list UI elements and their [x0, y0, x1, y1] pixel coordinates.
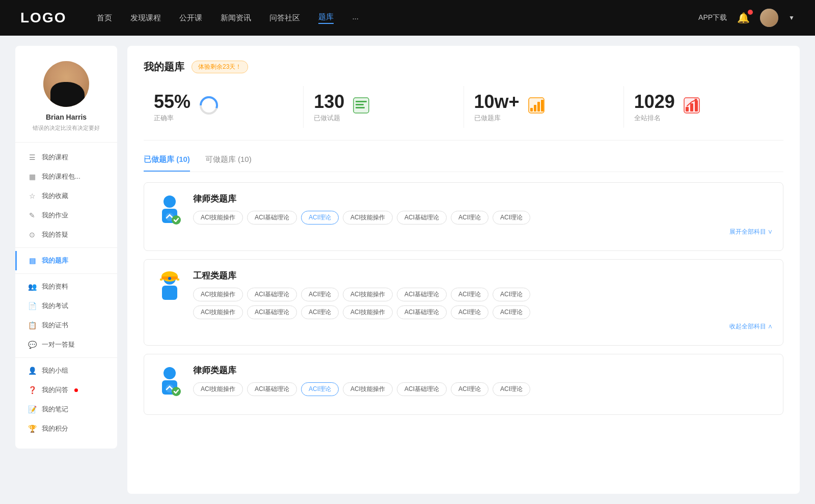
bank-tags-row1: ACI技能操作 ACI基础理论 ACI理论 ACI技能操作 ACI基础理论 AC…	[193, 288, 773, 301]
bank-tag[interactable]: ACI基础理论	[247, 288, 297, 301]
done-banks-icon	[528, 97, 545, 118]
sidebar-item-1on1[interactable]: 💬 一对一答疑	[15, 335, 117, 354]
svg-rect-24	[160, 278, 162, 281]
svg-rect-9	[537, 102, 540, 111]
sidebar-item-certificate[interactable]: 📋 我的证书	[15, 316, 117, 335]
bank-tag-active[interactable]: ACI理论	[301, 382, 339, 396]
stat-accuracy: 55% 正确率	[144, 86, 304, 128]
bank-content: 律师类题库 ACI技能操作 ACI基础理论 ACI理论 ACI技能操作 ACI基…	[193, 365, 773, 396]
bank-tag[interactable]: ACI基础理论	[397, 305, 447, 319]
bank-content: 律师类题库 ACI技能操作 ACI基础理论 ACI理论 ACI技能操作 ACI基…	[193, 193, 773, 236]
bank-tag[interactable]: ACI理论	[493, 305, 530, 319]
bank-tag[interactable]: ACI理论	[301, 305, 339, 319]
nav-qa[interactable]: 问答社区	[269, 13, 300, 23]
sidebar-item-exam[interactable]: 📄 我的考试	[15, 296, 117, 316]
bank-tag[interactable]: ACI基础理论	[247, 305, 297, 319]
bank-tag[interactable]: ACI基础理论	[247, 382, 297, 396]
expand-button[interactable]: 展开全部科目 ∨	[193, 228, 773, 236]
sidebar-item-questions[interactable]: ⊙ 我的答疑	[15, 225, 117, 244]
bank-tag[interactable]: ACI理论	[451, 288, 488, 301]
svg-rect-8	[534, 105, 536, 111]
nav-more[interactable]: ···	[352, 14, 359, 22]
nav-opencourse[interactable]: 公开课	[179, 13, 202, 23]
nav-news[interactable]: 新闻资讯	[221, 13, 251, 23]
sidebar-item-label: 我的答疑	[42, 230, 68, 239]
sidebar-motto: 错误的决定比没有决定要好	[33, 124, 100, 132]
nav-discover[interactable]: 发现课程	[130, 13, 161, 23]
bank-icon-lawyer2	[154, 365, 185, 400]
stat-done-questions-info: 130 已做试题	[314, 91, 344, 123]
sidebar-item-label: 我的课程	[42, 153, 68, 162]
sidebar-item-question-bank[interactable]: ▤ 我的题库	[15, 251, 117, 270]
sidebar-item-label: 我的题库	[42, 256, 68, 265]
bank-tag[interactable]: ACI理论	[301, 288, 339, 301]
bank-tag[interactable]: ACI技能操作	[193, 382, 243, 396]
accuracy-chart-icon	[199, 95, 219, 119]
navbar: LOGO 首页 发现课程 公开课 新闻资讯 问答社区 题库 ··· APP下载 …	[0, 0, 815, 36]
bank-tag[interactable]: ACI理论	[451, 211, 488, 225]
sidebar-item-favorites[interactable]: ☆ 我的收藏	[15, 186, 117, 206]
sidebar-item-myqa[interactable]: ❓ 我的问答	[15, 380, 117, 400]
avatar-image	[760, 9, 778, 27]
homework-icon: ✎	[28, 211, 37, 219]
bank-tag[interactable]: ACI理论	[493, 211, 530, 225]
course-packages-icon: ▦	[28, 173, 37, 181]
sidebar-item-courses[interactable]: ☰ 我的课程	[15, 148, 117, 167]
question-bank-icon: ▤	[28, 257, 37, 265]
sidebar-item-profile[interactable]: 👥 我的资料	[15, 277, 117, 296]
sidebar-item-course-packages[interactable]: ▦ 我的课程包...	[15, 167, 117, 186]
sidebar-item-points[interactable]: 🏆 我的积分	[15, 419, 117, 438]
bank-header: 律师类题库 ACI技能操作 ACI基础理论 ACI理论 ACI技能操作 ACI基…	[154, 193, 773, 236]
bank-title: 律师类题库	[193, 365, 773, 376]
sidebar-username: Brian Harris	[46, 113, 87, 121]
stat-done-questions-label: 已做试题	[314, 114, 344, 123]
bank-tag[interactable]: ACI理论	[493, 288, 530, 301]
app-download-button[interactable]: APP下载	[698, 13, 727, 22]
tab-available-banks[interactable]: 可做题库 (10)	[205, 155, 252, 172]
bank-tag[interactable]: ACI技能操作	[193, 211, 243, 225]
svg-rect-4	[356, 104, 364, 105]
stat-accuracy-number: 55%	[154, 91, 191, 113]
bank-tag[interactable]: ACI基础理论	[397, 211, 447, 225]
sidebar-item-label: 我的作业	[42, 211, 68, 220]
avatar[interactable]	[760, 9, 778, 27]
bank-tag[interactable]: ACI技能操作	[343, 305, 393, 319]
avatar-dropdown-icon[interactable]: ▼	[789, 14, 795, 21]
bank-tag[interactable]: ACI技能操作	[193, 305, 243, 319]
bank-tag[interactable]: ACI基础理论	[247, 211, 297, 225]
collapse-button[interactable]: 收起全部科目 ∧	[193, 322, 773, 331]
myqa-icon: ❓	[28, 386, 37, 394]
content-area: 我的题库 体验剩余23天！ 55% 正确率 130	[127, 46, 800, 494]
sidebar: Brian Harris 错误的决定比没有决定要好 ☰ 我的课程 ▦ 我的课程包…	[15, 46, 117, 449]
bank-tag[interactable]: ACI理论	[451, 382, 488, 396]
questions-icon: ⊙	[28, 231, 37, 239]
bank-tag[interactable]: ACI基础理论	[397, 382, 447, 396]
svg-rect-14	[695, 100, 698, 111]
sidebar-item-notes[interactable]: 📝 我的笔记	[15, 400, 117, 419]
courses-icon: ☰	[28, 153, 37, 161]
stat-done-banks-info: 10w+ 已做题库	[474, 91, 520, 123]
bank-tag[interactable]: ACI技能操作	[343, 382, 393, 396]
bank-tag[interactable]: ACI技能操作	[343, 211, 393, 225]
sidebar-item-group[interactable]: 👤 我的小组	[15, 361, 117, 380]
bank-tag[interactable]: ACI技能操作	[193, 288, 243, 301]
nav-question-bank[interactable]: 题库	[318, 12, 334, 24]
notification-bell-icon[interactable]: 🔔	[737, 12, 750, 24]
trial-badge: 体验剩余23天！	[192, 61, 248, 73]
stat-done-questions-number: 130	[314, 91, 344, 113]
nav-home[interactable]: 首页	[97, 13, 112, 23]
sidebar-item-homework[interactable]: ✎ 我的作业	[15, 206, 117, 225]
bank-tag[interactable]: ACI技能操作	[343, 288, 393, 301]
profile-icon: 👥	[28, 283, 37, 291]
bank-tag[interactable]: ACI基础理论	[397, 288, 447, 301]
sidebar-item-label: 我的笔记	[42, 405, 68, 414]
bank-tag[interactable]: ACI理论	[493, 382, 530, 396]
tab-done-banks[interactable]: 已做题库 (10)	[144, 155, 190, 172]
bank-tag[interactable]: ACI理论	[451, 305, 488, 319]
stat-done-questions: 130 已做试题	[304, 86, 464, 128]
sidebar-profile: Brian Harris 错误的决定比没有决定要好	[15, 56, 117, 143]
stat-accuracy-info: 55% 正确率	[154, 91, 191, 123]
sidebar-item-label: 我的课程包...	[42, 172, 80, 181]
sidebar-item-label: 我的积分	[42, 424, 68, 433]
bank-tag-active[interactable]: ACI理论	[301, 211, 339, 225]
